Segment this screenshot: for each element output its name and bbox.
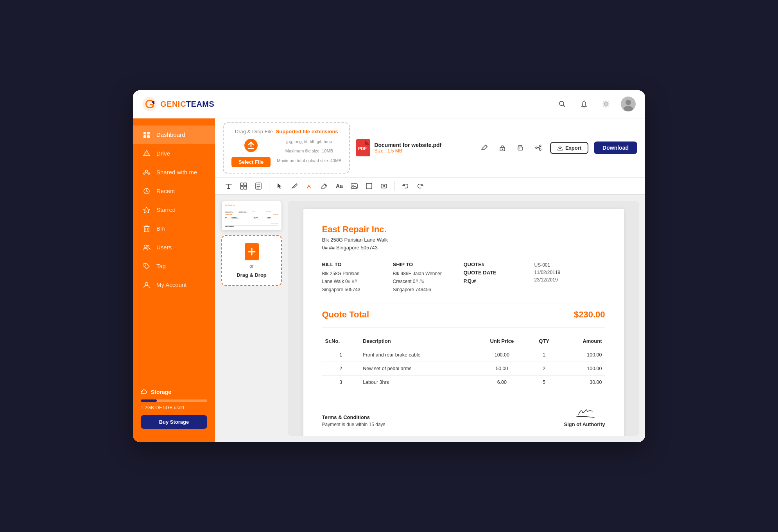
doc-viewer[interactable]: East Repair Inc. Blk 258G Parisian Lane … [288,201,639,436]
bell-icon [580,100,588,108]
main-layout: Dashboard Drive [133,118,645,442]
undo-button[interactable] [400,180,411,192]
svg-point-29 [540,149,541,150]
embed-icon [380,183,387,190]
invoice-total-value: $230.00 [574,310,605,320]
drag-label: Drag & Drop File [235,129,273,134]
svg-point-12 [145,170,148,172]
cell-desc: Front and rear brake cable [360,348,475,362]
svg-point-13 [143,173,145,174]
quote-labels-col: QUOTE# QUOTE DATE P.Q.# [464,262,534,294]
sidebar-item-dashboard[interactable]: Dashboard [133,125,215,144]
svg-point-5 [626,100,631,105]
sidebar-item-recent[interactable]: Recent [133,182,215,201]
avatar[interactable] [621,97,636,111]
svg-point-3 [605,103,607,105]
svg-rect-31 [240,183,243,186]
pen-tool-button[interactable] [319,180,330,192]
invoice-terms: Terms & Conditions Payment is due within… [322,414,385,427]
cell-amount: 100.00 [559,348,605,362]
bill-to-col: BILL TO Blk 258G Parisian Lane Walk 0# #… [322,262,393,294]
invoice-divider-2 [322,328,605,328]
sidebar-item-account[interactable]: My Account [133,276,215,294]
sidebar-item-drive-label: Drive [156,150,170,157]
grid-view-button[interactable] [238,180,249,192]
select-file-button[interactable]: Select File [231,157,271,167]
cell-unit: 6.00 [475,376,529,389]
image-tool-button[interactable] [348,180,360,192]
sidebar-item-tag[interactable]: Tag [133,257,215,276]
invoice-address: Blk 258G Parisian Lane Walk 0# ## Singap… [322,236,605,253]
export-button[interactable]: Export [550,142,588,154]
redo-button[interactable] [414,180,426,192]
search-button[interactable] [555,97,569,111]
svg-point-21 [145,282,148,285]
invoice-company: East Repair Inc. [322,224,605,235]
table-row: 1 Front and rear brake cable 100.00 1 10… [322,348,605,362]
grid-icon [240,183,247,190]
cursor-icon [276,183,283,190]
highlight-tool-button[interactable] [304,180,316,192]
svg-point-28 [540,145,541,147]
shape-tool-button[interactable] [363,180,375,192]
cell-srno: 2 [322,362,360,376]
terms-title: Terms & Conditions [322,414,385,420]
terms-text: Payment is due within 15 days [322,422,385,427]
print-button[interactable] [514,142,527,154]
sidebar-item-drive[interactable]: Drive [133,144,215,163]
cursor-tool-button[interactable] [274,180,286,192]
table-row: 2 New set of pedal arms 50.00 2 100.00 [322,362,605,376]
export-icon [557,145,563,151]
invoice-signature: Sign of Authority [564,401,605,427]
sidebar-item-shared[interactable]: Shared with me [133,163,215,182]
doc-view-button[interactable] [253,180,264,192]
lock-button[interactable] [496,142,509,154]
sidebar-item-bin[interactable]: Bin [133,219,215,238]
drag-drop-zone[interactable]: or Drag & Drop [221,235,282,286]
sidebar-item-bin-label: Bin [156,225,165,232]
svg-rect-10 [147,135,150,138]
cell-amount: 100.00 [559,362,605,376]
settings-button[interactable] [599,97,613,111]
sidebar-item-shared-label: Shared with me [156,169,197,176]
logo-icon [142,97,157,111]
svg-point-18 [144,245,147,247]
tag-icon [142,262,151,270]
svg-text:PDF: PDF [358,146,367,151]
embed-tool-button[interactable] [378,180,390,192]
invoice-footer: Terms & Conditions Payment is due within… [322,401,605,427]
cell-srno: 1 [322,348,360,362]
sidebar-item-dashboard-label: Dashboard [156,131,185,138]
logo-area: GENICTEAMS [142,97,220,111]
pencil-icon [481,144,488,151]
toolbar-separator-1 [269,181,269,191]
invoice-table: Sr.No. Description Unit Price QTY Amount… [322,334,605,389]
share-button[interactable] [532,142,545,154]
download-button[interactable]: Download [594,142,637,154]
col-header-unit: Unit Price [475,334,529,348]
svg-rect-38 [366,183,372,189]
sidebar-item-users[interactable]: Users [133,238,215,257]
col-header-qty: QTY [529,334,559,348]
sidebar-item-starred[interactable]: Starred [133,201,215,219]
draw-tool-button[interactable] [289,180,301,192]
buy-storage-button[interactable]: Buy Storage [141,415,207,429]
sidebar-item-users-label: Users [156,244,172,251]
cell-qty: 1 [529,348,559,362]
toolbar-separator-2 [394,181,395,191]
text-tool-button[interactable] [223,180,235,192]
notifications-button[interactable] [577,97,591,111]
svg-point-30 [536,147,537,149]
shared-icon [142,168,151,177]
storage-used-text: 1.2GB OF 5GB used [141,405,207,410]
pen-icon [321,183,328,190]
doc-thumbnail[interactable]: East Repair Inc. Blk 258G Parisian Lane … [221,201,282,231]
cell-srno: 3 [322,376,360,389]
edit-pencil-button[interactable] [478,142,491,154]
invoice-total-label: Quote Total [322,310,369,320]
share-icon [535,144,542,151]
signature-image [567,401,602,420]
svg-marker-11 [143,150,150,156]
text-annot-button[interactable]: Aa [333,180,345,192]
print-icon [517,144,524,151]
